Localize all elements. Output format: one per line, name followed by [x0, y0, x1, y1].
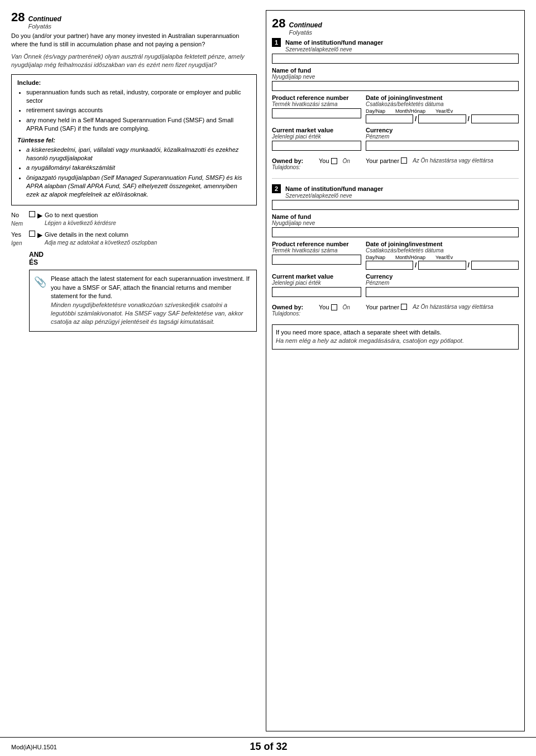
tuntesse-item-1: a kiskereskedelmi, ipari, vállalati vagy…: [26, 146, 251, 163]
fund-2-name-input[interactable]: [272, 227, 519, 237]
no-label-hu: Nem: [11, 221, 23, 227]
fund-1-currency: Currency Pénznem: [366, 127, 519, 154]
include-item-2: retirement savings accounts: [26, 106, 251, 114]
fund-2-institution-input[interactable]: [272, 200, 519, 210]
fund-1-you-en: You: [319, 157, 329, 164]
fund-1-you-hu: Ön: [343, 158, 350, 164]
right-section-number: 28: [272, 16, 285, 31]
fund-1-partner-checkbox[interactable]: [401, 157, 407, 164]
question-hungarian: Van Önnek (és/vagy partnerének) olyan au…: [11, 52, 257, 70]
right-continued: Continued: [289, 21, 322, 29]
tuntesse-item-2: a nyugállományi takarékszámláit: [26, 164, 251, 172]
fund-1-date-label-hu: Csatlakozás/befektetés dátuma: [366, 101, 519, 107]
fund-1-day-input[interactable]: [366, 114, 413, 123]
fund-2-you-checkbox[interactable]: [331, 304, 337, 310]
fund-2-section: 2 Name of institution/fund manager Szerv…: [272, 184, 519, 317]
left-section-number: 28: [11, 10, 25, 25]
fund-2-partner-checkbox[interactable]: [401, 304, 407, 310]
no-text-hu: Lépjen a következő kérdésre: [45, 219, 116, 227]
fund-1-date-join: Date of joining/investment Csatlakozás/b…: [366, 94, 519, 123]
no-arrow-icon: ▶: [37, 211, 42, 221]
fund-2-currency: Currency Pénznem: [366, 273, 519, 300]
extra-space-note: If you need more space, attach a separat…: [272, 324, 519, 350]
fund-2-partner-hu: Az Ön házastársa vagy élettársa: [413, 304, 494, 310]
yes-label: Yes Igen: [11, 231, 29, 248]
fund-1-month-label: Month/Hónap: [395, 108, 425, 114]
fund-1-number: 1: [272, 38, 281, 47]
no-label-en: No: [11, 212, 19, 218]
footer-code: Mod(iA)HU.1501: [11, 744, 57, 750]
fund-1-market-currency-row: Current market value Jelenlegi piaci ért…: [272, 127, 519, 154]
left-column: 28 Continued Folyatás Do you (and/or you…: [11, 10, 257, 731]
extra-space-en: If you need more space, attach a separat…: [276, 329, 442, 336]
fund-1-slash-2: /: [468, 115, 470, 123]
tuntesse-item-3: önigazgató nyugdíjalapban (Self Managed …: [26, 174, 251, 199]
fund-2-owned-hu: Tulajdonos:: [272, 310, 317, 317]
tuntesse-title: Tüntesse fel:: [17, 137, 251, 143]
fund-1-product-label-en: Product reference number: [272, 94, 361, 101]
fund-2-date-label-en: Date of joining/investment: [366, 241, 519, 247]
fund-1-owned-you: You Ön: [319, 157, 363, 164]
fund-1-name-label-hu: Nyugdíjalap neve: [272, 74, 519, 80]
main-content: 28 Continued Folyatás Do you (and/or you…: [0, 0, 536, 737]
fund-1-currency-label-hu: Pénznem: [366, 133, 519, 140]
fund-2-owned-you: You Ön: [319, 304, 363, 310]
fund-1-you-checkbox[interactable]: [331, 158, 337, 164]
fund-2-market-label-hu: Jelenlegi piaci érték: [272, 280, 361, 286]
include-item-3: any money held in a Self Managed Superan…: [26, 116, 251, 133]
fund-1-market-label-hu: Jelenlegi piaci érték: [272, 133, 361, 140]
fund-2-you-hu: Ön: [343, 304, 350, 310]
fund-divider: [272, 178, 519, 179]
and-hu: ÉS: [29, 259, 257, 266]
fund-2-currency-input[interactable]: [366, 287, 519, 297]
fund-1-product-date-row: Product reference number Termék hivatkoz…: [272, 94, 519, 123]
no-checkbox[interactable]: [29, 211, 35, 217]
fund-1-partner-en: Your partner: [366, 157, 399, 164]
fund-2-month-input[interactable]: [418, 261, 466, 270]
attach-text-en: Please attach the latest statement for e…: [51, 275, 250, 299]
fund-2-product-label-en: Product reference number: [272, 241, 361, 247]
fund-2-year-input[interactable]: [471, 261, 519, 270]
fund-1-date-label-en: Date of joining/investment: [366, 94, 519, 101]
fund-1-institution-label-hu: Szervezet/alapkezelő neve: [285, 46, 352, 52]
fund-1-name-input[interactable]: [272, 81, 519, 91]
tuntesse-list: a kiskereskedelmi, ipari, vállalati vagy…: [17, 146, 251, 199]
right-section-header: 28 Continued Folyatás: [272, 16, 519, 36]
fund-1-currency-input[interactable]: [366, 141, 519, 151]
fund-1-currency-label-en: Currency: [366, 127, 519, 133]
attach-box: 📎 Please attach the latest statement for…: [29, 270, 257, 331]
fund-1-product-label-hu: Termék hivatkozási száma: [272, 101, 361, 107]
fund-1-slash-1: /: [415, 115, 417, 123]
fund-2-product-input[interactable]: [272, 255, 361, 265]
yes-label-en: Yes: [11, 231, 21, 238]
fund-2-day-label: Day/Nap: [366, 255, 385, 260]
include-item-1: superannuation funds such as retail, ind…: [26, 88, 251, 106]
yn-rows: No Nem ▶ Go to next question Lépjen a kö…: [11, 211, 257, 248]
yes-text-hu: Adja meg az adatokat a következő oszlopb…: [45, 239, 157, 247]
fund-2-market-currency-row: Current market value Jelenlegi piaci ért…: [272, 273, 519, 300]
fund-1-owned-en: Owned by:: [272, 157, 317, 164]
fund-1-section: 1 Name of institution/fund manager Szerv…: [272, 38, 519, 170]
attach-text-hu: Minden nyugdíjbefektetésre vonatkozóan s…: [51, 302, 243, 326]
fund-2-day-input[interactable]: [366, 261, 413, 270]
yes-checkbox[interactable]: [29, 231, 35, 237]
fund-1-month-input[interactable]: [418, 114, 466, 123]
yes-label-hu: Igen: [11, 240, 22, 246]
left-section-header: 28 Continued Folyatás: [11, 10, 257, 30]
fund-2-month-label: Month/Hónap: [395, 255, 425, 260]
no-label: No Nem: [11, 211, 29, 228]
fund-1-market-input[interactable]: [272, 141, 361, 151]
fund-1-year-input[interactable]: [471, 114, 519, 123]
fund-1-product-input[interactable]: [272, 108, 361, 118]
fund-2-owned-en: Owned by:: [272, 304, 317, 310]
no-text-en: Go to next question: [45, 211, 116, 219]
fund-1-year-label: Year/Év: [436, 108, 453, 114]
fund-2-market-input[interactable]: [272, 287, 361, 297]
fund-2-date-join: Date of joining/investment Csatlakozás/b…: [366, 241, 519, 270]
fund-2-owned-row: Owned by: Tulajdonos: You Ön Your partne…: [272, 304, 519, 317]
fund-2-market-label-en: Current market value: [272, 273, 361, 280]
fund-1-institution-input[interactable]: [272, 54, 519, 64]
fund-1-owned-label: Owned by: Tulajdonos:: [272, 157, 317, 170]
fund-2-institution-label-en: Name of institution/fund manager: [285, 185, 383, 192]
fund-2-market-value: Current market value Jelenlegi piaci ért…: [272, 273, 361, 300]
